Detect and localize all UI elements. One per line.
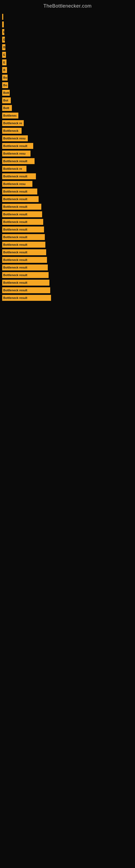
bar: Bottleneck result [2,226,44,232]
bar-label: Bottlenec [3,114,17,117]
bar-row: Bottleneck re [0,120,135,126]
bar: Bottleneck result [2,242,45,248]
bar: Bott [2,90,10,96]
bar-label: Bottleneck result [3,236,27,239]
bar-label: Bo [3,84,7,87]
bar: Bottleneck result [2,158,35,164]
bar: Bottleneck result [2,219,43,225]
bar-label: Bott [3,106,9,110]
bar-row: Bottleneck result [0,242,135,248]
bar-row: Bottleneck result [0,196,135,202]
bar-label: Bottleneck result [3,190,27,193]
bar: Bottleneck re [2,166,27,172]
bar-row: Bottleneck result [0,272,135,278]
bar-label: Bott [3,91,9,94]
bar: Bottlenec [2,113,18,119]
bar: E [2,37,5,42]
bar-row: B [0,44,135,50]
bar: E [2,52,6,58]
bar-row: Bottleneck result [0,158,135,164]
bars-container: EEBEEBBoBoBottBotBottBottlenecBottleneck… [0,11,135,301]
bar: Bottleneck resu [2,151,31,156]
bar-row: Bottleneck result [0,249,135,255]
bar-label: Bottleneck result [3,205,27,208]
bar-label: B [3,68,5,72]
bar-label: Bottleneck result [3,159,27,163]
bar-row: Bottleneck result [0,280,135,286]
bar: Bottleneck resu [2,181,32,187]
bar-row: Bottleneck resu [0,135,135,141]
bar: Bo [2,74,8,81]
bar: B [2,44,5,50]
bar: Bottleneck result [2,211,42,217]
bar [2,22,4,27]
bar: Bottleneck result [2,143,33,149]
bar-label: Bottleneck result [3,281,27,284]
bar: Bottleneck result [2,204,41,210]
bar-label: E [3,53,5,56]
bar-row: Bottleneck result [0,265,135,271]
bar: Bottleneck result [2,249,46,255]
bar-row: Bottlenec [0,113,135,119]
bar [2,14,3,20]
bar: E [2,29,4,35]
bar-row: Bottleneck result [0,219,135,225]
bar-row: Bottleneck result [0,204,135,210]
bar-label: B [3,45,5,49]
bar-row: Bottleneck resu [0,151,135,156]
bar: Bottleneck result [2,196,39,202]
bar-row: Bottleneck re [0,166,135,172]
bar-row: Bottleneck result [0,143,135,149]
bar: E [2,59,6,65]
bar-row: E [0,52,135,58]
bar-label: E [3,38,5,41]
bar-row: Bottleneck result [0,226,135,232]
bar-label: Bottleneck result [3,273,27,277]
bar-row: B [0,67,135,73]
bar-row: Bottleneck [0,128,135,134]
bar-row [0,22,135,27]
bar-label: Bottleneck result [3,266,27,269]
bar-row: Bott [0,90,135,96]
bar-row [0,14,135,20]
bar-label: Bottleneck result [3,251,27,254]
bar-label: Bottleneck resu [3,182,26,186]
bar: Bottleneck result [2,280,49,286]
bar-label: Bottleneck re [3,122,22,125]
bar-row: Bottleneck result [0,257,135,263]
bar: Bo [2,82,8,88]
bar-label: Bottleneck result [3,243,27,246]
bar: Bottleneck result [2,234,45,240]
bar-row: E [0,29,135,35]
bar-row: Bottleneck result [0,234,135,240]
bar: Bottleneck result [2,272,49,278]
bar-row: Bottleneck result [0,287,135,293]
bar-row: E [0,59,135,65]
bar-row: E [0,37,135,42]
bar-row: Bottleneck result [0,295,135,301]
bar-row: Bo [0,74,135,81]
bar-label: Bo [3,76,7,79]
bar: Bottleneck [2,128,21,134]
bar: Bottleneck result [2,173,36,179]
bar-row: Bottleneck result [0,188,135,194]
bar-label: Bottleneck resu [3,137,26,140]
bar-label: E [3,61,5,64]
bar-row: Bottleneck resu [0,181,135,187]
bar: Bottleneck resu [2,135,28,141]
site-title: TheBottlenecker.com [0,0,135,11]
bar-row: Bot [0,97,135,103]
bar: Bott [2,105,12,111]
bar-label: Bottleneck result [3,144,27,148]
bar-row: Bott [0,105,135,111]
bar-row: Bo [0,82,135,88]
bar-label: Bottleneck result [3,213,27,216]
bar: Bottleneck result [2,295,51,301]
bar: Bottleneck result [2,265,48,271]
bar-label: Bot [3,99,8,102]
bar: B [2,67,7,73]
bar-label: Bottleneck result [3,175,27,178]
bar-label: Bottleneck result [3,296,27,300]
bar-label: Bottleneck result [3,228,27,231]
bar-label: Bottleneck re [3,167,22,170]
